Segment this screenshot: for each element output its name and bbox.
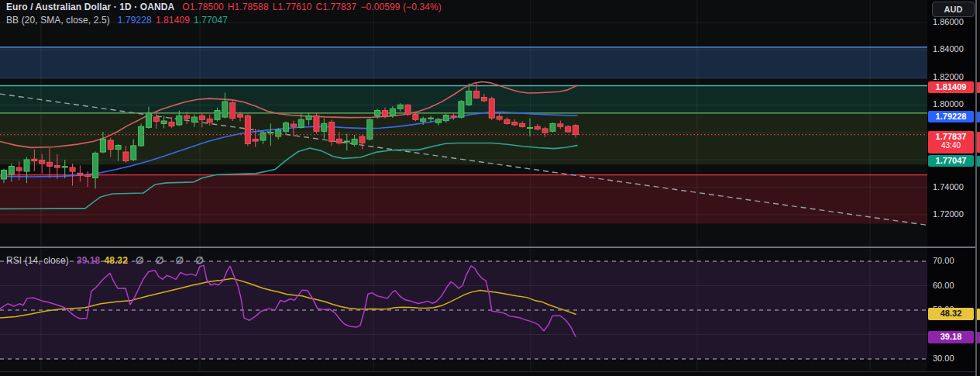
neighbour-badge-sliver <box>977 309 980 320</box>
candle-body <box>390 109 395 116</box>
candle-body <box>268 133 273 133</box>
candle-body <box>359 136 365 143</box>
symbol-legend: Euro / Australian Dollar · 1D · OANDAO1.… <box>6 2 442 12</box>
candle-body <box>131 146 136 160</box>
bb-indicator-title[interactable]: BB (20, SMA, close, 2.5) <box>6 15 110 26</box>
price-axis-label: 1.86000 <box>933 17 964 26</box>
bb-legend: BB (20, SMA, close, 2.5)1.792281.814091.… <box>6 15 228 26</box>
candle-body <box>70 167 75 171</box>
price-axis-label: 1.72000 <box>933 209 964 219</box>
candle-body <box>497 116 502 119</box>
price-badge: 1.7783743:40 <box>928 131 974 154</box>
price-zone <box>0 47 927 79</box>
currency-unit-button[interactable]: AUD <box>932 2 975 17</box>
price-badge: 39.18 <box>928 331 974 343</box>
candle-body <box>397 105 403 109</box>
candle-body <box>306 116 311 119</box>
neighbour-badge-sliver <box>977 82 980 93</box>
candle-body <box>405 105 411 114</box>
candle-body <box>284 123 289 132</box>
candle-body <box>123 152 129 161</box>
price-zone <box>0 175 927 224</box>
ohlc-low-value: 1.77610 <box>277 2 311 12</box>
candle-body <box>47 162 53 166</box>
rsi-legend: RSI (14, close)39.1848.32∅ ∅ ∅ ∅ <box>6 255 208 266</box>
price-axis[interactable]: 1.860001.840001.820001.800001.740001.720… <box>927 0 975 376</box>
price-badge: 1.81409 <box>928 81 974 93</box>
rsi-ma-value: 48.32 <box>104 255 128 266</box>
candle-body <box>367 119 373 139</box>
pane-separator[interactable] <box>0 247 980 248</box>
candle-body <box>435 119 441 122</box>
time-axis-strip <box>0 371 980 376</box>
candle-body <box>40 160 45 164</box>
candle-body <box>573 126 579 135</box>
candle-body <box>566 126 571 132</box>
neighbour-badge-sliver <box>977 156 980 167</box>
candle-body <box>352 139 357 144</box>
candle-body <box>535 126 540 129</box>
bb-lower-value: 1.77047 <box>194 15 228 26</box>
candle-countdown: 43:40 <box>928 141 974 150</box>
candle-body <box>245 116 250 143</box>
ohlc-open-value: 1.78500 <box>190 2 224 12</box>
ohlc-close-value: 1.77837 <box>322 2 356 12</box>
candle-body <box>276 130 281 136</box>
candle-body <box>100 139 105 152</box>
candle-body <box>558 124 563 126</box>
neighbour-badge-sliver <box>977 132 980 153</box>
candle-body <box>169 122 174 126</box>
layout-divider[interactable] <box>975 0 977 376</box>
candle-body <box>199 116 205 119</box>
price-badge: 1.77047 <box>928 155 974 167</box>
rsi-band-fill <box>0 261 927 359</box>
candle-body <box>504 119 510 123</box>
candle-body <box>260 133 266 140</box>
price-axis-label: 1.84000 <box>933 44 964 53</box>
candle-body <box>314 116 319 131</box>
candle-body <box>207 119 212 122</box>
candle-body <box>421 119 426 122</box>
candle-body <box>177 116 182 125</box>
ohlc-high-value: 1.78588 <box>235 2 269 12</box>
candle-body <box>451 116 456 117</box>
ohlc-open-label: O <box>182 2 189 12</box>
candle-body <box>298 119 304 127</box>
price-axis-label: 1.74000 <box>933 182 964 191</box>
candle-body <box>230 103 236 119</box>
symbol-title[interactable]: Euro / Australian Dollar · 1D · OANDA <box>6 2 174 12</box>
bb-basis-value: 1.79228 <box>118 15 152 26</box>
candle-body <box>93 154 98 178</box>
candle-body <box>344 141 349 142</box>
price-axis-label: 60.00 <box>933 281 954 290</box>
candle-body <box>238 115 243 117</box>
candle-body <box>215 111 220 120</box>
candle-body <box>413 115 418 120</box>
candle-body <box>222 102 228 117</box>
price-badge: 1.79228 <box>928 111 974 122</box>
candle-body <box>520 123 525 126</box>
candle-body <box>474 91 480 98</box>
price-axis-label: 1.82000 <box>933 72 964 81</box>
candle-body <box>192 117 198 122</box>
candle-body <box>542 129 548 133</box>
main-chart-canvas[interactable] <box>0 0 927 376</box>
ohlc-high-label: H <box>228 2 235 12</box>
candle-body <box>459 102 464 117</box>
candle-body <box>24 160 29 171</box>
bb-upper-value: 1.81409 <box>156 15 190 26</box>
candle-body <box>16 167 22 171</box>
candle-body <box>329 122 335 142</box>
rsi-empty-values: ∅ ∅ ∅ ∅ <box>136 255 208 266</box>
candle-body <box>54 165 60 167</box>
candle-body <box>85 174 91 176</box>
price-axis-label: 30.00 <box>933 354 954 363</box>
rsi-indicator-title[interactable]: RSI (14, close) <box>6 255 69 266</box>
price-axis-label: 1.80000 <box>933 99 964 109</box>
neighbour-badge-sliver <box>977 112 980 122</box>
candle-body <box>512 122 518 125</box>
candle-body <box>146 113 151 127</box>
candle-body <box>466 91 472 105</box>
price-axis-label: 70.00 <box>933 256 954 265</box>
candle-body <box>108 140 113 150</box>
